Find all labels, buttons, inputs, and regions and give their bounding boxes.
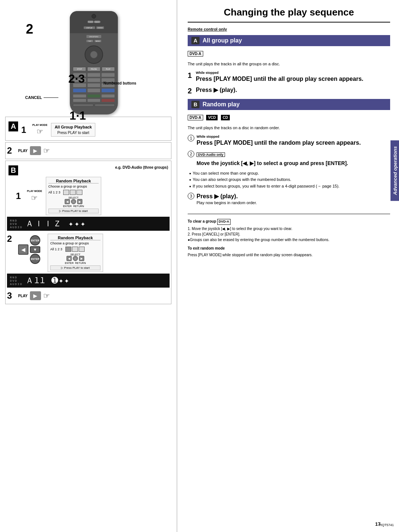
- hand-icon-b3: ☞: [43, 291, 50, 300]
- left-step-b1-num: 1: [16, 191, 25, 201]
- section-b-bullets: You can select more than one group. You …: [188, 170, 390, 190]
- advanced-operations-tab: Advanced operations: [391, 140, 399, 201]
- bullet-3: If you select bonus groups, you will hav…: [189, 183, 390, 190]
- footnote-exit-text: Press [PLAY MODE] while stopped until th…: [188, 252, 390, 258]
- section-a-header: A All group play: [188, 35, 390, 46]
- left-section-b-letter: B: [8, 165, 18, 175]
- section-b-step1: 1 While stopped Press [PLAY MODE] until …: [188, 135, 390, 147]
- step-b1-number: 1: [188, 135, 194, 141]
- page-title: Changing the play sequence: [188, 7, 390, 23]
- remote-illustration: 2 POWER STANDBY DISPLAY ENTER GROUP/DISC…: [4, 4, 173, 114]
- badge-cd: CD: [221, 115, 230, 120]
- section-a-step1: 1 While stopped Press [PLAY MODE] until …: [188, 71, 390, 83]
- section-b-letter-badge: B: [191, 101, 200, 108]
- play-label-b3: PLAY: [18, 294, 28, 298]
- step-a1-number: 1: [188, 71, 194, 80]
- section-a-title: All group play: [202, 37, 242, 44]
- left-step-a2: 2 PLAY ▶ ☞: [5, 142, 171, 159]
- eg-label: e.g. DVD-Audio (three groups): [115, 165, 168, 169]
- left-step-b3-num: 3: [7, 291, 16, 301]
- play-mode-icon-a: PLAY MODE ☞: [32, 124, 47, 136]
- bullet-1: You can select more than one group.: [189, 170, 390, 177]
- section-b-title: Random play: [202, 101, 239, 108]
- left-number-23: 2·3: [68, 72, 85, 86]
- left-section-a-letter: A: [8, 121, 18, 131]
- footnote-exit-title: To exit random mode: [188, 246, 390, 251]
- section-a: A All group play DVD-A The unit plays th…: [188, 35, 390, 95]
- step-b3-number: 3: [188, 193, 194, 199]
- remote-control: POWER STANDBY DISPLAY ENTER GROUP/DISC T…: [70, 11, 118, 114]
- numbered-buttons-label: Numbered buttons: [103, 81, 136, 85]
- step-a2-text: Press ▶ (play).: [196, 86, 390, 93]
- remote-control-only: Remote control only: [188, 27, 390, 31]
- right-panel: Changing the play sequence Remote contro…: [177, 0, 399, 532]
- step-b2-badge: DVD-Audio only: [197, 152, 225, 157]
- play-mode-icon-b: PLAY MODE ☞: [27, 190, 42, 202]
- left-step-b2-num: 2: [7, 234, 16, 244]
- footnote-clear-item-1: 1. Move the joystick [◀, ▶] to select th…: [188, 226, 390, 231]
- joystick-nav-b2: ◀ ENTER ▼ ENTER: [18, 235, 45, 264]
- bullet-2: You can also select groups with the numb…: [189, 176, 390, 183]
- step-a1-text: Press [PLAY MODE] until the all group pl…: [196, 75, 390, 83]
- left-number-11: 1·1: [69, 109, 86, 123]
- footnote-clear-item-3: ●Groups can also be erased by entering t…: [188, 237, 390, 243]
- badge-dvda-a: DVD-A: [188, 51, 203, 56]
- step-b3-sub: Play now begins in random order.: [197, 200, 390, 206]
- left-step-a1-num: 1: [21, 125, 30, 135]
- section-a-step2: 2 Press ▶ (play).: [188, 86, 390, 95]
- random-playback-screen-2: Random Playback Choose a group or groups…: [48, 234, 103, 272]
- left-section-b: B e.g. DVD-Audio (three groups) 1 PLAY M…: [5, 161, 171, 304]
- step-a2-number: 2: [188, 86, 194, 95]
- cancel-label: CANCEL: [25, 95, 58, 100]
- left-step-a2-num: 2: [7, 145, 16, 156]
- step-b1-label: While stopped: [197, 135, 390, 138]
- section-b-header: B Random play: [188, 99, 390, 110]
- random-playback-screen-1: Random Playback Choose a group or groups…: [46, 177, 101, 215]
- step-b2-number: 2: [188, 151, 194, 157]
- footnote-clear-group: To clear a group DVD-A 1. Move the joyst…: [188, 219, 390, 243]
- play-button-icon-b3: ▶: [30, 291, 41, 300]
- section-a-description: The unit plays the tracks in all the gro…: [188, 61, 390, 67]
- dvd-display-2: RND DVD AUDIO Ａll ➊✦✦: [7, 274, 170, 288]
- section-a-letter-badge: A: [191, 37, 200, 44]
- section-b-description: The unit plays the tracks on a disc in r…: [188, 125, 390, 131]
- play-label-a2: PLAY: [18, 149, 28, 153]
- step-b2-text: Move the joystick [◀, ▶] to select a gro…: [197, 160, 390, 167]
- section-b: B Random play DVD-A VCD CD The unit play…: [188, 99, 390, 209]
- step-b1-text: Press [PLAY MODE] until the random play …: [197, 139, 390, 147]
- footnote-dvda-badge: DVD-A: [217, 219, 231, 225]
- footnote-clear-item-2: 2. Press [CANCEL] or [ENTER].: [188, 231, 390, 237]
- model-number: RQT5741: [379, 523, 394, 527]
- left-number-2-top: 2: [26, 21, 33, 37]
- badge-dvda-b: DVD-A: [188, 115, 203, 120]
- divider: [188, 214, 390, 214]
- left-panel: 2 POWER STANDBY DISPLAY ENTER GROUP/DISC…: [0, 0, 177, 532]
- all-group-playback-screen: All Group Playback Press PLAY to start: [51, 123, 95, 137]
- section-b-step3: 3 Press ▶ (play). Play now begins in ran…: [188, 193, 390, 210]
- step-b3-text: Press ▶ (play).: [197, 193, 390, 200]
- hand-icon-a2: ☞: [43, 146, 50, 155]
- section-b-step2: 2 DVD-Audio only Move the joystick [◀, ▶…: [188, 151, 390, 167]
- footnote-exit-random: To exit random mode Press [PLAY MODE] wh…: [188, 246, 390, 258]
- dvd-display-1: RND DVD AUDIO ＡｌｌＺ ✦✦✦: [7, 217, 170, 231]
- left-section-a: A 1 PLAY MODE ☞ All Group Playback Press…: [5, 117, 171, 141]
- step-a1-label: While stopped: [196, 71, 390, 75]
- play-button-icon-a2: ▶: [30, 146, 41, 155]
- footnote-clear-title: To clear a group DVD-A: [188, 219, 390, 225]
- badge-vcd: VCD: [206, 115, 218, 120]
